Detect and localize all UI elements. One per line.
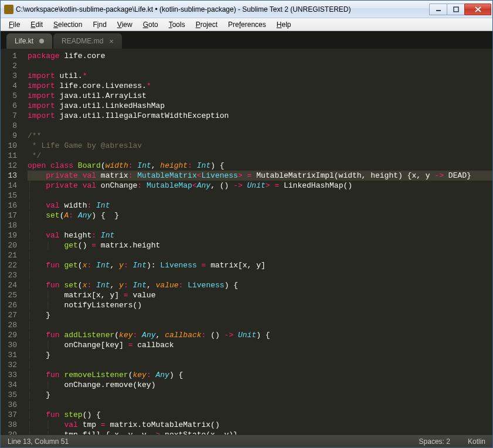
menu-find[interactable]: Find	[88, 19, 111, 30]
status-language[interactable]: Kotlin	[468, 437, 485, 446]
window-controls	[429, 4, 491, 15]
dirty-indicator-icon	[39, 39, 44, 43]
tab-label: Life.kt	[15, 37, 33, 45]
line-gutter: 1234567891011121314151617181920212223242…	[1, 49, 23, 435]
statusbar: Line 13, Column 51 Spaces: 2 Kotlin	[1, 435, 492, 447]
tab-life-kt[interactable]: Life.kt	[6, 33, 52, 49]
app-window: C:\workspace\kotlin-sublime-package\Life…	[0, 0, 493, 448]
titlebar[interactable]: C:\workspace\kotlin-sublime-package\Life…	[1, 1, 492, 18]
status-indent[interactable]: Spaces: 2	[419, 437, 450, 446]
status-cursor-position[interactable]: Line 13, Column 51	[8, 437, 69, 446]
close-button[interactable]	[464, 4, 491, 15]
menu-edit[interactable]: Edit	[26, 19, 47, 30]
code-content[interactable]: package life.core import util.*import li…	[23, 49, 492, 435]
svg-rect-0	[436, 10, 441, 11]
close-icon	[475, 6, 481, 12]
menu-goto[interactable]: Goto	[138, 19, 163, 30]
minimize-button[interactable]	[429, 4, 447, 15]
editor-area: Life.kt README.md × 12345678910111213141…	[1, 31, 492, 447]
app-icon	[4, 5, 13, 14]
maximize-icon	[453, 6, 459, 12]
menu-help[interactable]: Help	[272, 19, 296, 30]
menu-tools[interactable]: Tools	[164, 19, 190, 30]
tab-close-icon[interactable]: ×	[109, 37, 114, 46]
window-title: C:\workspace\kotlin-sublime-package\Life…	[16, 5, 429, 13]
minimize-icon	[436, 6, 441, 12]
tab-readme-md[interactable]: README.md ×	[53, 33, 122, 49]
code-editor[interactable]: 1234567891011121314151617181920212223242…	[1, 49, 492, 435]
menu-view[interactable]: View	[113, 19, 137, 30]
menu-file[interactable]: File	[4, 19, 25, 30]
svg-rect-1	[454, 7, 458, 12]
menubar: File Edit Selection Find View Goto Tools…	[1, 18, 492, 31]
tabbar: Life.kt README.md ×	[1, 31, 492, 49]
menu-preferences[interactable]: Preferences	[223, 19, 271, 30]
menu-selection[interactable]: Selection	[49, 19, 87, 30]
maximize-button[interactable]	[447, 4, 464, 15]
tab-label: README.md	[62, 37, 103, 45]
menu-project[interactable]: Project	[191, 19, 222, 30]
